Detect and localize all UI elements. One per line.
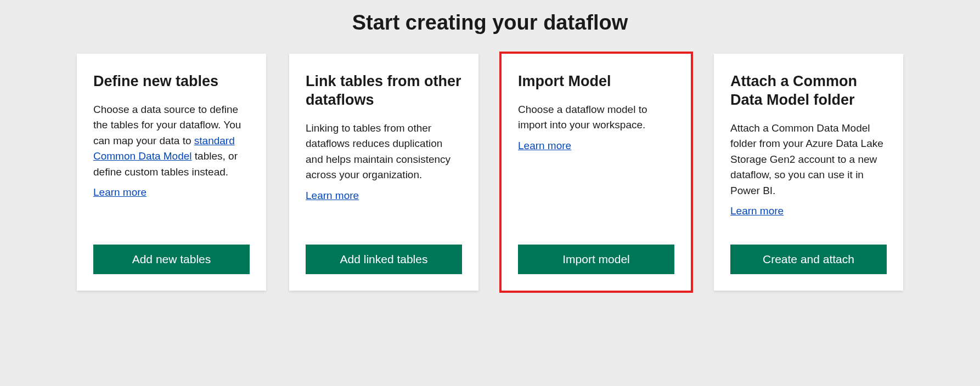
- learn-more-link[interactable]: Learn more: [306, 190, 462, 202]
- card-desc: Linking to tables from other dataflows r…: [306, 121, 462, 183]
- spacer: [730, 217, 887, 228]
- card-desc: Attach a Common Data Model folder from y…: [730, 121, 887, 199]
- card-define-new-tables: Define new tables Choose a data source t…: [77, 54, 266, 291]
- add-linked-tables-button[interactable]: Add linked tables: [306, 245, 462, 274]
- card-desc: Choose a dataflow model to import into y…: [518, 102, 674, 133]
- create-and-attach-button[interactable]: Create and attach: [730, 245, 887, 274]
- card-desc-pre: Linking to tables from other dataflows r…: [306, 122, 450, 181]
- card-desc-pre: Choose a dataflow model to import into y…: [518, 104, 647, 131]
- learn-more-link[interactable]: Learn more: [93, 186, 250, 198]
- card-link-tables: Link tables from other dataflows Linking…: [289, 54, 478, 291]
- spacer: [518, 152, 674, 228]
- learn-more-link[interactable]: Learn more: [730, 205, 887, 217]
- card-title: Import Model: [518, 72, 674, 91]
- page-title: Start creating your dataflow: [5, 11, 975, 35]
- card-title: Define new tables: [93, 72, 250, 91]
- cards-row: Define new tables Choose a data source t…: [5, 54, 975, 291]
- spacer: [306, 202, 462, 229]
- card-desc-pre: Attach a Common Data Model folder from y…: [730, 122, 883, 196]
- card-desc: Choose a data source to define the table…: [93, 102, 250, 180]
- spacer: [93, 198, 250, 228]
- card-title: Attach a Common Data Model folder: [730, 72, 887, 110]
- card-title: Link tables from other dataflows: [306, 72, 462, 110]
- learn-more-link[interactable]: Learn more: [518, 140, 674, 152]
- add-new-tables-button[interactable]: Add new tables: [93, 245, 250, 274]
- import-model-button[interactable]: Import model: [518, 245, 674, 274]
- card-import-model: Import Model Choose a dataflow model to …: [502, 54, 691, 291]
- card-attach-cdm-folder: Attach a Common Data Model folder Attach…: [714, 54, 903, 291]
